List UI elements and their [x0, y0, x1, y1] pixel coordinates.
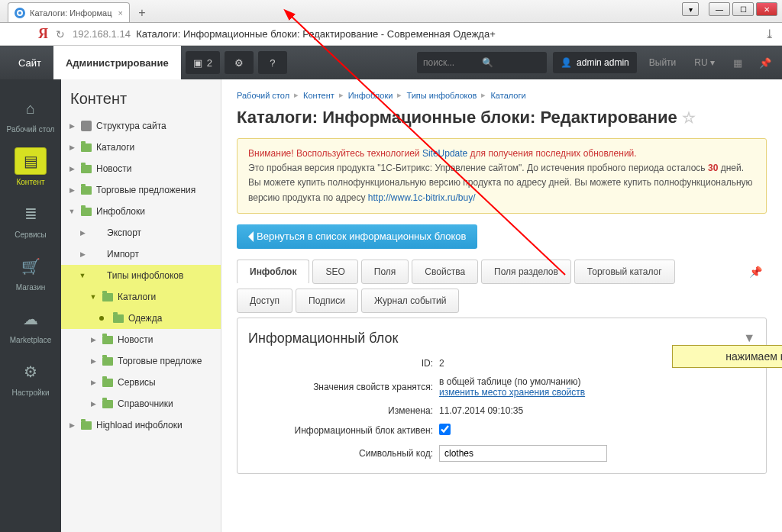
folder-icon — [81, 143, 92, 152]
change-storage-link[interactable]: изменить место хранения свойств — [439, 387, 585, 398]
url-field[interactable]: 192.168.1.14 Каталоги: Информационные бл… — [73, 28, 757, 40]
rail-desktop[interactable]: ⌂Рабочий стол — [0, 87, 61, 140]
rail-label: Настройки — [0, 389, 61, 397]
crumb[interactable]: Типы инфоблоков — [406, 91, 477, 100]
buy-link[interactable]: http://www.1c-bitrix.ru/buy/ — [368, 192, 476, 203]
tree-offers[interactable]: ▶Торговые предложения — [61, 179, 221, 201]
tab-infoblock[interactable]: Инфоблок — [237, 260, 309, 284]
user-menu[interactable]: 👤 admin admin — [553, 52, 637, 73]
admin-top-bar: Сайт Администрирование ▣ 2 ⚙ ? поиск... … — [0, 46, 782, 79]
calendar-icon[interactable]: ▦ — [727, 52, 748, 73]
tab-fields[interactable]: Поля — [361, 260, 409, 284]
tree-catalogs[interactable]: ▶Каталоги — [61, 137, 221, 158]
bullet-icon — [99, 316, 104, 321]
trial-alert: Внимание! Воспользуйтесь технологией Sit… — [237, 138, 767, 214]
notif-count: 2 — [207, 57, 212, 69]
tree-site-structure[interactable]: ▶Структура сайта — [61, 115, 221, 137]
window-maximize-icon[interactable]: ☐ — [732, 2, 754, 16]
rail-marketplace[interactable]: ☁Marketplace — [0, 298, 61, 350]
tree-news[interactable]: ▶Новости — [61, 158, 221, 179]
pin-icon[interactable]: 📌 — [755, 52, 776, 73]
tree-export[interactable]: ▶Экспорт — [61, 222, 221, 243]
site-tab[interactable]: Сайт — [6, 46, 53, 79]
lang-switch[interactable]: RU ▾ — [688, 57, 721, 68]
code-input[interactable] — [439, 445, 607, 462]
favorite-star-icon[interactable]: ☆ — [682, 109, 696, 126]
new-tab-button[interactable]: + — [133, 4, 151, 22]
help-icon: ? — [270, 57, 275, 69]
sidebar-title: Контент — [61, 79, 221, 115]
back-to-list-button[interactable]: Вернуться в список информационных блоков — [237, 224, 477, 249]
notifications-button[interactable]: ▣ 2 — [186, 51, 220, 74]
url-host: 192.168.1.14 — [73, 28, 131, 40]
settings-button[interactable]: ⚙ — [225, 51, 254, 74]
panel-title: Информационный блок — [248, 330, 398, 347]
tree-iblock-types[interactable]: ▼Типы инфоблоков — [61, 265, 221, 286]
gear-icon: ⚙ — [234, 57, 244, 69]
tab-close-icon[interactable]: × — [118, 8, 123, 18]
label-changed: Изменена: — [248, 405, 439, 416]
sidebar-tree: ▶Структура сайта ▶Каталоги ▶Новости ▶Тор… — [61, 115, 221, 436]
tab-log[interactable]: Журнал событий — [361, 289, 459, 313]
tab-seo[interactable]: SEO — [312, 260, 357, 284]
tree-highload[interactable]: ▶Highload инфоблоки — [61, 414, 221, 436]
collapse-icon[interactable]: ▼ — [743, 331, 755, 345]
folder-icon — [102, 336, 113, 344]
search-icon: 🔍 — [482, 57, 541, 68]
tree-type-services[interactable]: ▶Сервисы — [61, 372, 221, 393]
admin-tab[interactable]: Администрирование — [53, 46, 181, 79]
label-active: Информационный блок активен: — [248, 425, 439, 436]
infoblock-panel: Информационный блок ▼ ID:2 Значения свой… — [237, 318, 767, 474]
rail-content[interactable]: ▤Контент — [0, 140, 61, 192]
search-input[interactable]: поиск... 🔍 — [417, 52, 547, 73]
rail-label: Контент — [0, 178, 61, 186]
folder-icon — [81, 186, 92, 195]
browser-logo-icon[interactable]: Я — [38, 26, 48, 42]
site-icon — [81, 121, 92, 131]
crumb[interactable]: Контент — [303, 91, 334, 100]
tab-catalog[interactable]: Торговый каталог — [574, 260, 675, 284]
active-checkbox[interactable] — [439, 424, 451, 435]
crumb[interactable]: Каталоги — [490, 91, 525, 100]
window-dropdown-icon[interactable]: ▾ — [682, 2, 699, 16]
rail-settings[interactable]: ⚙Настройки — [0, 350, 61, 403]
tree-import[interactable]: ▶Импорт — [61, 243, 221, 265]
tree-iblocks[interactable]: ▼Инфоблоки — [61, 201, 221, 222]
window-close-icon[interactable]: ✕ — [756, 2, 777, 16]
window-minimize-icon[interactable]: — — [709, 2, 730, 16]
tree-type-news[interactable]: ▶Новости — [61, 329, 221, 350]
tab-properties[interactable]: Свойства — [412, 260, 478, 284]
reload-icon[interactable]: ↻ — [56, 28, 65, 40]
tab-section-fields[interactable]: Поля разделов — [481, 260, 571, 284]
crumb[interactable]: Инфоблоки — [348, 91, 393, 100]
tabs-row-2: Доступ Подписи Журнал событий — [237, 289, 767, 313]
days-left: 30 — [708, 163, 718, 173]
siteupdate-link[interactable]: SiteUpdate — [422, 148, 467, 159]
window-controls: ▾ — ☐ ✕ — [682, 2, 777, 16]
tree-catalog-clothes[interactable]: Одежда — [61, 308, 221, 329]
rail-label: Магазин — [0, 283, 61, 292]
tree-type-ref[interactable]: ▶Справочники — [61, 393, 221, 414]
tree-type-offers[interactable]: ▶Торговые предложе — [61, 350, 221, 372]
tab-access[interactable]: Доступ — [237, 289, 292, 313]
sidebar: Контент ▶Структура сайта ▶Каталоги ▶Ново… — [61, 79, 221, 532]
rail-label: Сервисы — [0, 231, 61, 239]
logout-link[interactable]: Выйти — [643, 57, 683, 68]
tab-title: Каталоги: Информац — [30, 8, 112, 18]
user-icon: 👤 — [561, 57, 572, 68]
downloads-icon[interactable]: ⤓ — [764, 27, 774, 41]
help-button[interactable]: ? — [258, 51, 287, 74]
rail-label: Рабочий стол — [0, 125, 61, 134]
rail-shop[interactable]: 🛒Магазин — [0, 245, 61, 298]
cart-icon: 🛒 — [15, 253, 47, 280]
layers-icon: ≣ — [15, 200, 47, 227]
browser-tab[interactable]: Каталоги: Информац × — [8, 2, 130, 22]
tab-pin-icon[interactable]: 📌 — [745, 266, 767, 278]
folder-icon — [102, 293, 113, 301]
crumb[interactable]: Рабочий стол — [237, 91, 289, 100]
browser-tab-bar: Каталоги: Информац × + ▾ — ☐ ✕ — [0, 0, 782, 23]
tab-captions[interactable]: Подписи — [296, 289, 358, 313]
rail-services[interactable]: ≣Сервисы — [0, 192, 61, 245]
favicon-icon — [15, 8, 25, 18]
tree-type-catalogs[interactable]: ▼Каталоги — [61, 286, 221, 308]
